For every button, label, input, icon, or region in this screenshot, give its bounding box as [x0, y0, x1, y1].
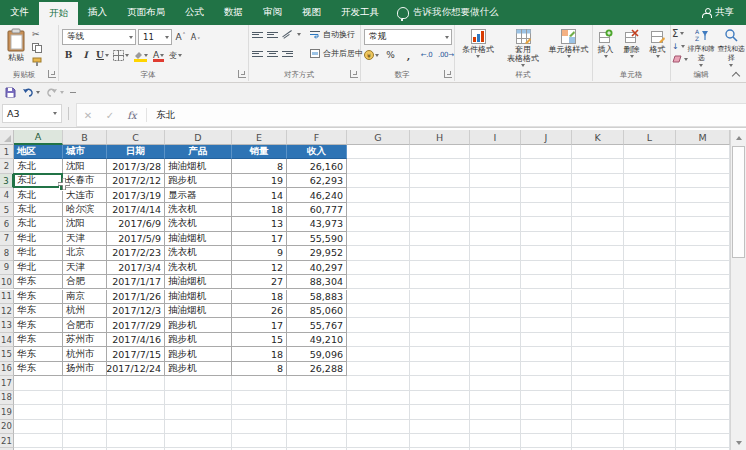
cell-D3[interactable]: 跑步机 — [165, 174, 232, 188]
cell-B11[interactable]: 南京 — [63, 290, 107, 304]
cell-A12[interactable]: 华东 — [14, 304, 63, 318]
share-button[interactable]: 共享 — [690, 0, 746, 25]
name-box[interactable]: A3 — [2, 104, 62, 123]
cell-B12[interactable]: 杭州 — [63, 304, 107, 318]
cell-K20[interactable] — [572, 420, 624, 434]
cell-J17[interactable] — [521, 376, 572, 390]
cell-M7[interactable] — [676, 232, 730, 246]
cell-E3[interactable]: 19 — [232, 174, 287, 188]
cell-C7[interactable]: 2017/5/9 — [107, 232, 165, 246]
cell-M17[interactable] — [676, 376, 730, 390]
cell-L8[interactable] — [624, 246, 676, 260]
cell-E7[interactable]: 17 — [232, 232, 287, 246]
cell-E21[interactable] — [232, 434, 287, 448]
paste-button[interactable]: 粘贴 — [3, 28, 29, 62]
cell-A18[interactable] — [14, 391, 63, 405]
cell-I9[interactable] — [470, 261, 521, 275]
row-header-16[interactable]: 16 — [0, 362, 14, 376]
cell-G17[interactable] — [347, 376, 410, 390]
cell-E4[interactable]: 14 — [232, 188, 287, 202]
cell-J16[interactable] — [521, 362, 572, 376]
row-header-4[interactable]: 4 — [0, 188, 14, 202]
cut-button[interactable]: ✂ — [32, 29, 40, 39]
cell-C2[interactable]: 2017/3/28 — [107, 159, 165, 173]
cell-G18[interactable] — [347, 391, 410, 405]
cell-D18[interactable] — [165, 391, 232, 405]
cell-E17[interactable] — [232, 376, 287, 390]
cell-G12[interactable] — [347, 304, 410, 318]
column-header-D[interactable]: D — [165, 130, 232, 145]
cell-B10[interactable]: 合肥 — [63, 275, 107, 289]
cell-L21[interactable] — [624, 434, 676, 448]
cell-H9[interactable] — [410, 261, 470, 275]
cell-K1[interactable] — [572, 145, 624, 159]
column-header-F[interactable]: F — [287, 130, 347, 145]
cell-L6[interactable] — [624, 217, 676, 231]
scrollbar-thumb[interactable] — [732, 146, 745, 258]
cell-K7[interactable] — [572, 232, 624, 246]
cell-B13[interactable]: 合肥市 — [63, 318, 107, 332]
cell-M3[interactable] — [676, 174, 730, 188]
cell-D19[interactable] — [165, 405, 232, 419]
cell-H6[interactable] — [410, 217, 470, 231]
cell-L12[interactable] — [624, 304, 676, 318]
cell-A13[interactable]: 华东 — [14, 318, 63, 332]
cell-M21[interactable] — [676, 434, 730, 448]
cell-I8[interactable] — [470, 246, 521, 260]
cell-I4[interactable] — [470, 188, 521, 202]
cell-F15[interactable]: 59,096 — [287, 347, 347, 361]
cell-C17[interactable] — [107, 376, 165, 390]
cell-A16[interactable]: 华东 — [14, 362, 63, 376]
tab-8[interactable]: 开发工具 — [331, 0, 389, 25]
cell-B14[interactable]: 苏州市 — [63, 333, 107, 347]
cell-J15[interactable] — [521, 347, 572, 361]
column-header-B[interactable]: B — [63, 130, 107, 145]
customize-qat-button[interactable] — [70, 92, 76, 93]
cell-G6[interactable] — [347, 217, 410, 231]
cell-K12[interactable] — [572, 304, 624, 318]
cell-L1[interactable] — [624, 145, 676, 159]
cell-L13[interactable] — [624, 318, 676, 332]
cell-B17[interactable] — [63, 376, 107, 390]
cell-J4[interactable] — [521, 188, 572, 202]
font-color-button[interactable]: A — [152, 48, 165, 62]
collapse-ribbon-button[interactable] — [733, 71, 740, 78]
cell-C10[interactable]: 2017/1/17 — [107, 275, 165, 289]
cell-B1[interactable]: 城市 — [63, 145, 107, 159]
alignment-dialog-launcher[interactable] — [350, 70, 358, 78]
cell-H17[interactable] — [410, 376, 470, 390]
cell-A15[interactable]: 华东 — [14, 347, 63, 361]
cell-styles-button[interactable]: 单元格样式 — [546, 28, 591, 58]
cell-H3[interactable] — [410, 174, 470, 188]
cell-A14[interactable]: 华东 — [14, 333, 63, 347]
cell-K15[interactable] — [572, 347, 624, 361]
cell-K4[interactable] — [572, 188, 624, 202]
cell-G1[interactable] — [347, 145, 410, 159]
cell-F5[interactable]: 60,777 — [287, 203, 347, 217]
row-header-8[interactable]: 8 — [0, 246, 14, 260]
cell-M5[interactable] — [676, 203, 730, 217]
cell-L4[interactable] — [624, 188, 676, 202]
cell-C21[interactable] — [107, 434, 165, 448]
cell-H12[interactable] — [410, 304, 470, 318]
cell-F19[interactable] — [287, 405, 347, 419]
cell-E19[interactable] — [232, 405, 287, 419]
cell-F21[interactable] — [287, 434, 347, 448]
cell-L5[interactable] — [624, 203, 676, 217]
percent-style-button[interactable]: % — [384, 48, 397, 62]
cell-B4[interactable]: 大连市 — [63, 188, 107, 202]
cell-I14[interactable] — [470, 333, 521, 347]
row-header-7[interactable]: 7 — [0, 232, 14, 246]
cell-C9[interactable]: 2017/3/4 — [107, 261, 165, 275]
cell-A17[interactable] — [14, 376, 63, 390]
cell-D10[interactable]: 抽油烟机 — [165, 275, 232, 289]
cell-A20[interactable] — [14, 420, 63, 434]
row-header-9[interactable]: 9 — [0, 261, 14, 275]
cell-M20[interactable] — [676, 420, 730, 434]
cell-K2[interactable] — [572, 159, 624, 173]
cell-M2[interactable] — [676, 159, 730, 173]
cell-G13[interactable] — [347, 318, 410, 332]
cell-F10[interactable]: 88,304 — [287, 275, 347, 289]
tab-4[interactable]: 公式 — [175, 0, 214, 25]
borders-button[interactable] — [113, 48, 129, 62]
